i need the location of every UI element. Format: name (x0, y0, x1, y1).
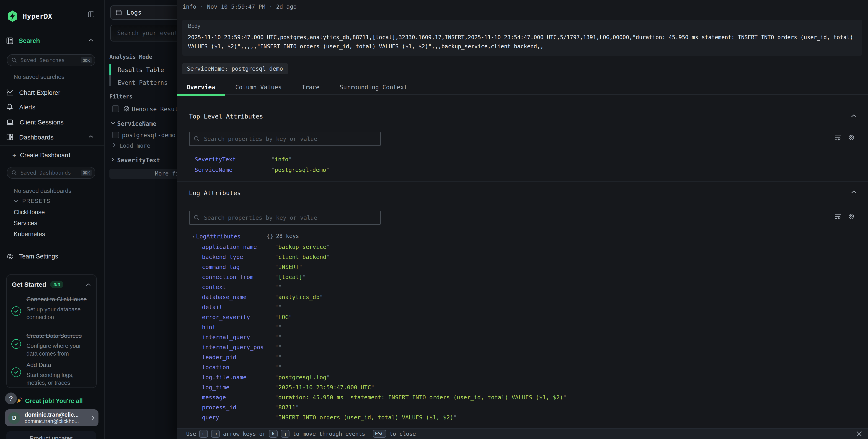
get-started-item[interactable]: Connect to ClickHouse Set up your databa… (26, 295, 91, 322)
attribute-key[interactable]: location (202, 364, 275, 371)
attribute-key[interactable]: context (202, 284, 275, 290)
help-button[interactable]: ? (5, 393, 17, 404)
attribute-key[interactable]: LogAttributes (196, 233, 241, 240)
tab-column-values[interactable]: Column Values (225, 80, 292, 94)
k-keycap: k (269, 430, 278, 438)
attribute-value[interactable]: 88711 (275, 404, 299, 411)
sidebar-item-chart-explorer[interactable]: Chart Explorer (6, 88, 60, 96)
gear-icon[interactable] (848, 134, 855, 141)
attribute-key[interactable]: command_tag (202, 263, 275, 270)
attribute-value[interactable]: INSERT INTO orders (user_id, total) VALU… (275, 414, 457, 421)
sidebar-item-alerts[interactable]: Alerts (6, 103, 36, 111)
postgresql-demo-checkbox[interactable] (112, 131, 119, 138)
attribute-key[interactable]: message (202, 394, 275, 401)
tree-expand-icon[interactable]: ▾ (192, 233, 196, 239)
service-name-chip[interactable]: ServiceName: postgresql-demo (182, 63, 287, 74)
saved-searches-field[interactable] (20, 57, 78, 64)
get-started-item-desc: Configure where your data comes from (26, 342, 91, 358)
attribute-key[interactable]: database_name (202, 293, 275, 301)
attribute-key[interactable]: error_severity (202, 314, 275, 320)
saved-dashboards-input[interactable]: ⌘K (7, 167, 95, 179)
tab-overview[interactable]: Overview (177, 80, 225, 94)
attribute-key[interactable]: backend_type (202, 253, 275, 260)
saved-searches-input[interactable]: ⌘K (7, 54, 95, 66)
close-icon[interactable] (856, 431, 862, 437)
sidebar-collapse-icon[interactable] (88, 11, 94, 17)
attribute-key[interactable]: internal_query_pos (202, 344, 275, 351)
attribute-key[interactable]: leader_pid (202, 354, 275, 360)
attribute-value[interactable]: LOG (275, 314, 292, 320)
attribute-value[interactable]: analytics_db (275, 293, 323, 301)
attribute-key[interactable]: process_id (202, 404, 275, 411)
gear-icon[interactable] (848, 213, 855, 220)
attribute-value[interactable]: duration: 45.950 ms statement: INSERT IN… (275, 394, 566, 401)
filter-group-servicename[interactable]: ServiceName (117, 120, 156, 127)
tab-surrounding-context[interactable]: Surrounding Context (330, 80, 417, 94)
log-attributes-search-input[interactable] (203, 214, 376, 222)
chevron-up-icon[interactable] (851, 190, 857, 194)
saved-dashboards-field[interactable] (20, 169, 78, 177)
attribute-value[interactable] (275, 284, 282, 290)
attribute-value[interactable]: backup_service (275, 244, 330, 250)
attribute-value[interactable] (275, 324, 282, 331)
attribute-key[interactable]: ServiceName (195, 166, 271, 173)
attribute-value[interactable] (275, 364, 282, 371)
attribute-value[interactable] (275, 334, 282, 341)
attribute-value[interactable] (275, 344, 282, 351)
attribute-value[interactable]: postgresql.log (275, 374, 330, 381)
attribute-row: leader_pid (177, 352, 868, 362)
log-attributes-root-row[interactable]: ▾ LogAttributes {}28 keys (177, 231, 868, 241)
sidebar-item-search[interactable]: Search (6, 37, 40, 44)
top-level-search-box[interactable] (189, 131, 380, 146)
attribute-key[interactable]: SeverityText (195, 156, 271, 163)
attribute-value[interactable]: [local] (275, 274, 306, 280)
attribute-key[interactable]: log_time (202, 384, 275, 391)
attribute-key[interactable]: query (202, 414, 275, 421)
create-dashboard-button[interactable]: + Create Dashboard (12, 152, 70, 159)
footer-divider (365, 430, 365, 437)
sidebar-item-dashboards[interactable]: Dashboards (6, 133, 54, 141)
attribute-key[interactable]: connection_from (202, 274, 275, 280)
chevron-up-icon[interactable] (851, 114, 857, 118)
get-started-item[interactable]: Create Data Sources Configure where your… (26, 332, 91, 358)
top-level-search-input[interactable] (203, 135, 376, 143)
attribute-key[interactable]: application_name (202, 244, 275, 250)
attribute-key[interactable]: internal_query (202, 334, 275, 341)
body-text[interactable]: 2025-11-10 23:59:47.000 UTC,postgres,ana… (188, 33, 857, 51)
preset-item-clickhouse[interactable]: ClickHouse (14, 209, 45, 216)
chevron-up-icon[interactable] (88, 39, 93, 42)
user-menu[interactable]: D dominic.tran@clic... dominic.tran@clic… (5, 409, 98, 426)
filter-group-severitytext[interactable]: SeverityText (117, 157, 160, 163)
attribute-value[interactable]: postgresql-demo (271, 166, 330, 173)
denoise-checkbox[interactable] (112, 105, 119, 112)
attribute-value[interactable] (275, 304, 282, 310)
filter-value-postgresql-demo[interactable]: postgresql-demo (122, 132, 176, 138)
chevron-right-icon[interactable] (111, 157, 114, 162)
log-attributes-search-box[interactable] (189, 210, 380, 225)
mode-results-table[interactable]: Results Table (118, 67, 164, 73)
attribute-value[interactable]: client backend (275, 253, 330, 260)
attribute-key[interactable]: detail (202, 304, 275, 310)
attribute-key[interactable]: hint (202, 324, 275, 331)
attribute-value[interactable] (275, 354, 282, 360)
sidebar-item-client-sessions[interactable]: Client Sessions (6, 118, 64, 126)
wrap-lines-icon[interactable] (834, 214, 841, 220)
preset-item-kubernetes[interactable]: Kubernetes (14, 231, 45, 238)
chevron-up-icon[interactable] (88, 135, 93, 138)
wrap-lines-icon[interactable] (834, 135, 841, 141)
attribute-value[interactable]: info (271, 156, 292, 163)
product-updates-card[interactable]: Product updates (6, 431, 96, 439)
preset-item-services[interactable]: Services (14, 220, 37, 226)
attribute-value[interactable]: INSERT (275, 263, 302, 270)
sidebar-item-team-settings[interactable]: Team Settings (6, 253, 58, 260)
presets-toggle[interactable]: PRESETS (14, 198, 51, 204)
chevron-down-icon[interactable] (111, 122, 115, 124)
chevron-up-icon[interactable] (86, 283, 91, 286)
navigation-hint: Use ← → arrow keys or k j to move throug… (186, 429, 365, 439)
load-more-button[interactable]: Load more (119, 142, 150, 149)
get-started-item[interactable]: Add Data Start sending logs, metrics, or… (26, 360, 91, 387)
tab-trace[interactable]: Trace (292, 80, 330, 94)
attribute-key[interactable]: log.file.name (202, 374, 275, 381)
mode-event-patterns[interactable]: Event Patterns (118, 79, 167, 86)
attribute-value[interactable]: 2025-11-10 23:59:47.000 UTC (275, 384, 374, 391)
